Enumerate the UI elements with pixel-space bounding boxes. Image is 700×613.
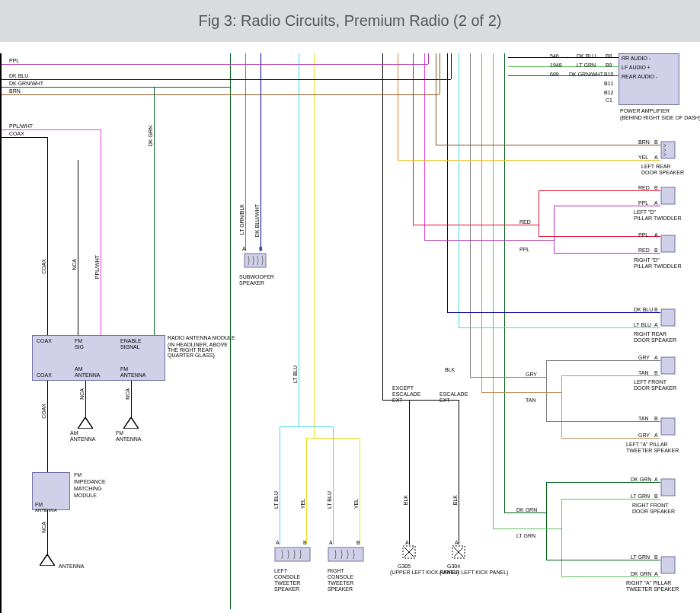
wire-tan-bus [481, 53, 482, 392]
ground-g304-icon [451, 544, 466, 563]
wire-dk-grn-bus [504, 53, 505, 512]
left-a-pillar-icon [660, 417, 676, 436]
wire-lt-blu-bus [459, 53, 459, 327]
wire-nca1-v [78, 160, 78, 335]
wire-lt-grn-bus [493, 53, 494, 528]
amp-loc1: (BEHIND RIGHT SIDE OF DASH) [620, 115, 700, 120]
right-a-pillar-icon [660, 556, 676, 574]
wire-gry-bus [470, 53, 471, 377]
svg-rect-12 [661, 142, 675, 158]
wire-dk-blu-bus [447, 53, 448, 312]
svg-rect-14 [661, 235, 675, 252]
svg-marker-0 [78, 417, 93, 429]
right-console-tweeter-icon [328, 547, 364, 566]
wire-coax-13 [2, 137, 47, 138]
fm-impedance-module: FM ANTENNA [32, 472, 70, 510]
svg-rect-19 [661, 557, 675, 573]
page-title: Fig 3: Radio Circuits, Premium Radio (2 … [199, 12, 502, 30]
ground-g305-icon [401, 544, 417, 563]
svg-rect-15 [661, 309, 675, 326]
antenna-icon [40, 554, 55, 569]
right-front-door-icon [660, 478, 676, 496]
right-d-pillar-icon [660, 235, 676, 253]
power-amplifier-module: RR AUDIO - LF AUDIO + REAR AUDIO - [618, 53, 679, 105]
wire-pplwht-v [101, 129, 101, 335]
wire-coax-v [47, 137, 48, 335]
wire-yel-main [314, 53, 315, 438]
svg-rect-17 [661, 418, 675, 435]
wire-brn-bus [436, 53, 436, 145]
wire-dk-blu-wht [261, 53, 261, 251]
radio-antenna-module: COAX FM SIG ENABLE SIGNAL COAX AM ANTENN… [32, 335, 165, 381]
wire-dkgrnwht-10 [2, 87, 230, 88]
wire-ppl-8 [2, 64, 428, 65]
wire-dk-grn-main [230, 53, 231, 609]
wiring-diagram: RR AUDIO - LF AUDIO + REAR AUDIO - POWER… [0, 53, 700, 613]
fm-antenna-icon [123, 417, 139, 432]
wire-orange [398, 53, 398, 160]
wire-dkgrn-v [154, 87, 155, 335]
svg-rect-16 [661, 357, 675, 374]
svg-marker-2 [40, 554, 55, 566]
svg-marker-1 [123, 417, 139, 429]
subwoofer-speaker-icon [244, 253, 267, 272]
left-front-door-icon [660, 356, 676, 375]
left-console-tweeter-icon [274, 547, 311, 566]
amp-name: POWER AMPLIFIER [620, 108, 670, 113]
wire-lt-blu-main [299, 53, 299, 426]
svg-rect-4 [275, 548, 310, 561]
svg-rect-18 [661, 479, 675, 496]
left-rear-door-speaker-icon [660, 141, 676, 159]
svg-rect-13 [661, 187, 675, 204]
wire-lt-grn-blk [245, 53, 246, 251]
wire-b9 [508, 66, 618, 67]
left-d-pillar-icon [660, 187, 676, 205]
svg-rect-5 [328, 548, 363, 561]
wire-b8 [508, 57, 618, 58]
wire-brn-11 [2, 94, 439, 95]
am-antenna-icon [78, 417, 93, 432]
page-header: Fig 3: Radio Circuits, Premium Radio (2 … [0, 0, 700, 42]
wire-dkblu-9 [2, 79, 451, 80]
right-rear-door-icon [660, 308, 676, 327]
wire-pplwht-12 [2, 129, 101, 130]
wire-blk-main [382, 53, 383, 400]
wire-ppl-bus [424, 53, 425, 240]
